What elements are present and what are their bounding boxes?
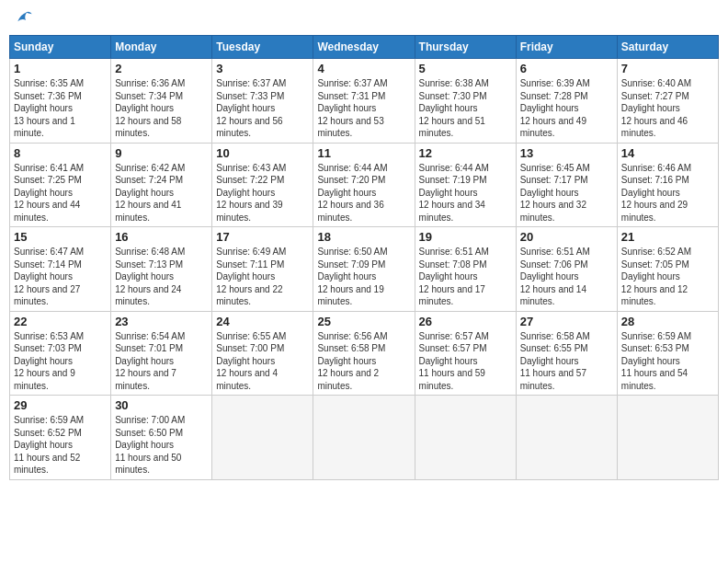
table-row: 3 Sunrise: 6:37 AMSunset: 7:33 PMDayligh…	[212, 59, 313, 144]
day-info: Sunrise: 6:58 AMSunset: 6:55 PMDaylight …	[520, 330, 613, 393]
table-row	[212, 396, 313, 480]
table-row: 4 Sunrise: 6:37 AMSunset: 7:31 PMDayligh…	[313, 59, 415, 144]
calendar-week-row: 8 Sunrise: 6:41 AMSunset: 7:25 PMDayligh…	[10, 143, 719, 227]
day-number: 29	[14, 398, 107, 412]
day-number: 18	[317, 230, 410, 244]
day-number: 25	[317, 315, 410, 328]
day-info: Sunrise: 6:56 AMSunset: 6:58 PMDaylight …	[317, 330, 410, 393]
day-number: 11	[317, 146, 410, 160]
table-row: 24 Sunrise: 6:55 AMSunset: 7:00 PMDaylig…	[212, 311, 313, 396]
day-number: 6	[520, 62, 613, 75]
table-row: 5 Sunrise: 6:38 AMSunset: 7:30 PMDayligh…	[415, 59, 516, 144]
day-number: 4	[317, 62, 410, 75]
table-row: 9 Sunrise: 6:42 AMSunset: 7:24 PMDayligh…	[111, 143, 212, 227]
table-row: 20 Sunrise: 6:51 AMSunset: 7:06 PMDaylig…	[516, 227, 617, 312]
day-info: Sunrise: 6:51 AMSunset: 7:06 PMDaylight …	[520, 246, 613, 308]
table-row: 19 Sunrise: 6:51 AMSunset: 7:08 PMDaylig…	[415, 227, 516, 312]
logo	[13, 9, 33, 28]
day-number: 3	[216, 62, 309, 75]
day-info: Sunrise: 6:59 AMSunset: 6:52 PMDaylight …	[14, 414, 107, 477]
table-row: 30 Sunrise: 7:00 AMSunset: 6:50 PMDaylig…	[111, 396, 212, 480]
day-info: Sunrise: 6:48 AMSunset: 7:13 PMDaylight …	[115, 246, 208, 308]
day-number: 10	[216, 146, 309, 160]
table-row: 14 Sunrise: 6:46 AMSunset: 7:16 PMDaylig…	[617, 143, 718, 227]
table-row: 16 Sunrise: 6:48 AMSunset: 7:13 PMDaylig…	[111, 227, 212, 312]
day-info: Sunrise: 6:47 AMSunset: 7:14 PMDaylight …	[14, 246, 107, 308]
day-info: Sunrise: 6:52 AMSunset: 7:05 PMDaylight …	[621, 246, 714, 308]
day-info: Sunrise: 6:46 AMSunset: 7:16 PMDaylight …	[621, 162, 714, 224]
table-row: 28 Sunrise: 6:59 AMSunset: 6:53 PMDaylig…	[617, 311, 718, 396]
day-info: Sunrise: 6:38 AMSunset: 7:30 PMDaylight …	[419, 77, 512, 140]
day-number: 19	[419, 230, 512, 244]
day-info: Sunrise: 6:53 AMSunset: 7:03 PMDaylight …	[14, 330, 107, 393]
header-sunday: Sunday	[10, 36, 111, 59]
day-info: Sunrise: 6:49 AMSunset: 7:11 PMDaylight …	[216, 246, 309, 308]
day-number: 28	[621, 315, 714, 328]
header-tuesday: Tuesday	[212, 36, 313, 59]
table-row: 17 Sunrise: 6:49 AMSunset: 7:11 PMDaylig…	[212, 227, 313, 312]
table-row: 15 Sunrise: 6:47 AMSunset: 7:14 PMDaylig…	[10, 227, 111, 312]
header-wednesday: Wednesday	[313, 36, 415, 59]
day-info: Sunrise: 6:43 AMSunset: 7:22 PMDaylight …	[216, 162, 309, 224]
day-number: 17	[216, 230, 309, 244]
day-info: Sunrise: 6:50 AMSunset: 7:09 PMDaylight …	[317, 246, 410, 308]
calendar-week-row: 29 Sunrise: 6:59 AMSunset: 6:52 PMDaylig…	[10, 396, 719, 480]
day-number: 23	[115, 315, 208, 328]
table-row: 2 Sunrise: 6:36 AMSunset: 7:34 PMDayligh…	[111, 59, 212, 144]
table-row: 11 Sunrise: 6:44 AMSunset: 7:20 PMDaylig…	[313, 143, 415, 227]
day-info: Sunrise: 6:44 AMSunset: 7:20 PMDaylight …	[317, 162, 410, 224]
table-row	[415, 396, 516, 480]
table-row: 21 Sunrise: 6:52 AMSunset: 7:05 PMDaylig…	[617, 227, 718, 312]
weekday-header-row: Sunday Monday Tuesday Wednesday Thursday…	[10, 36, 719, 59]
table-row: 23 Sunrise: 6:54 AMSunset: 7:01 PMDaylig…	[111, 311, 212, 396]
calendar-week-row: 1 Sunrise: 6:35 AMSunset: 7:36 PMDayligh…	[10, 59, 719, 144]
calendar-table: Sunday Monday Tuesday Wednesday Thursday…	[9, 35, 719, 480]
day-number: 12	[419, 146, 512, 160]
day-info: Sunrise: 6:40 AMSunset: 7:27 PMDaylight …	[621, 77, 714, 140]
table-row: 7 Sunrise: 6:40 AMSunset: 7:27 PMDayligh…	[617, 59, 718, 144]
day-number: 20	[520, 230, 613, 244]
table-row: 6 Sunrise: 6:39 AMSunset: 7:28 PMDayligh…	[516, 59, 617, 144]
table-row: 10 Sunrise: 6:43 AMSunset: 7:22 PMDaylig…	[212, 143, 313, 227]
day-number: 16	[115, 230, 208, 244]
day-number: 5	[419, 62, 512, 75]
day-number: 30	[115, 398, 208, 412]
table-row	[313, 396, 415, 480]
table-row	[516, 396, 617, 480]
day-info: Sunrise: 6:37 AMSunset: 7:31 PMDaylight …	[317, 77, 410, 140]
day-number: 7	[621, 62, 714, 75]
day-info: Sunrise: 6:59 AMSunset: 6:53 PMDaylight …	[621, 330, 714, 393]
day-number: 26	[419, 315, 512, 328]
calendar-week-row: 22 Sunrise: 6:53 AMSunset: 7:03 PMDaylig…	[10, 311, 719, 396]
table-row: 18 Sunrise: 6:50 AMSunset: 7:09 PMDaylig…	[313, 227, 415, 312]
header-saturday: Saturday	[617, 36, 718, 59]
day-info: Sunrise: 6:51 AMSunset: 7:08 PMDaylight …	[419, 246, 512, 308]
day-info: Sunrise: 6:42 AMSunset: 7:24 PMDaylight …	[115, 162, 208, 224]
table-row: 25 Sunrise: 6:56 AMSunset: 6:58 PMDaylig…	[313, 311, 415, 396]
day-info: Sunrise: 6:55 AMSunset: 7:00 PMDaylight …	[216, 330, 309, 393]
table-row: 13 Sunrise: 6:45 AMSunset: 7:17 PMDaylig…	[516, 143, 617, 227]
page-header	[9, 9, 719, 28]
day-number: 2	[115, 62, 208, 75]
day-number: 15	[14, 230, 107, 244]
table-row: 1 Sunrise: 6:35 AMSunset: 7:36 PMDayligh…	[10, 59, 111, 144]
day-number: 1	[14, 62, 107, 75]
day-info: Sunrise: 6:54 AMSunset: 7:01 PMDaylight …	[115, 330, 208, 393]
day-info: Sunrise: 6:45 AMSunset: 7:17 PMDaylight …	[520, 162, 613, 224]
table-row: 8 Sunrise: 6:41 AMSunset: 7:25 PMDayligh…	[10, 143, 111, 227]
day-number: 21	[621, 230, 714, 244]
day-info: Sunrise: 6:44 AMSunset: 7:19 PMDaylight …	[419, 162, 512, 224]
day-number: 8	[14, 146, 107, 160]
day-number: 22	[14, 315, 107, 328]
header-friday: Friday	[516, 36, 617, 59]
calendar-week-row: 15 Sunrise: 6:47 AMSunset: 7:14 PMDaylig…	[10, 227, 719, 312]
day-info: Sunrise: 6:37 AMSunset: 7:33 PMDaylight …	[216, 77, 309, 140]
day-number: 24	[216, 315, 309, 328]
day-number: 13	[520, 146, 613, 160]
table-row	[617, 396, 718, 480]
logo-bird-icon	[15, 9, 33, 28]
table-row: 27 Sunrise: 6:58 AMSunset: 6:55 PMDaylig…	[516, 311, 617, 396]
day-number: 14	[621, 146, 714, 160]
day-info: Sunrise: 6:35 AMSunset: 7:36 PMDaylight …	[14, 77, 107, 140]
day-number: 9	[115, 146, 208, 160]
